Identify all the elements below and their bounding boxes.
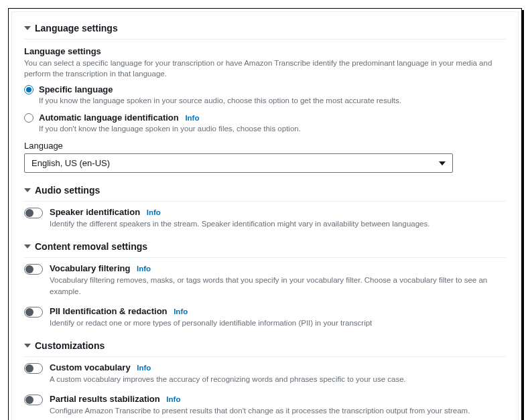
section-header-content-removal[interactable]: Content removal settings — [24, 241, 506, 258]
toggle-row-pii: PII Identification & redaction Info Iden… — [24, 306, 506, 328]
speaker-id-help: Identify the different speakers in the s… — [50, 218, 429, 229]
vocab-filter-help: Vocabulary filtering removes, masks, or … — [50, 275, 506, 296]
custom-vocab-help: A custom vocabulary improves the accurac… — [50, 374, 406, 384]
settings-panel: Language settings Language settings You … — [11, 11, 519, 420]
section-title: Content removal settings — [35, 241, 147, 252]
language-settings-subtitle: Language settings — [24, 46, 506, 56]
partial-results-body: Partial results stabilization Info Confi… — [50, 394, 470, 416]
pii-help: Identify or redact one or more types of … — [50, 318, 372, 328]
language-select-value: English, US (en-US) — [31, 158, 110, 168]
custom-vocab-label: Custom vocabulary — [50, 362, 131, 372]
section-title: Language settings — [35, 23, 118, 33]
speaker-id-label: Speaker identification — [50, 207, 140, 217]
pii-label: PII Identification & redaction — [50, 306, 168, 316]
radio-auto-body: Automatic language identification Info I… — [39, 113, 301, 134]
partial-results-label: Partial results stabilization — [50, 394, 160, 404]
section-header-language-settings[interactable]: Language settings — [24, 23, 506, 40]
section-title: Customizations — [35, 340, 105, 351]
custom-vocab-body: Custom vocabulary Info A custom vocabula… — [50, 362, 406, 384]
caret-down-icon — [24, 244, 31, 249]
info-link-custom-vocab[interactable]: Info — [137, 364, 151, 372]
toggle-pii-redaction[interactable] — [24, 307, 43, 318]
radio-specific-language-row: Specific language If you know the langua… — [24, 84, 506, 106]
section-title: Audio settings — [35, 185, 100, 196]
toggle-row-speaker-id: Speaker identification Info Identify the… — [24, 207, 506, 229]
language-select[interactable]: English, US (en-US) — [24, 153, 453, 173]
vocab-filter-body: Vocabulary filtering Info Vocabulary fil… — [50, 263, 506, 296]
speaker-id-body: Speaker identification Info Identify the… — [50, 207, 429, 229]
info-link-vocab-filter[interactable]: Info — [137, 265, 151, 273]
toggle-speaker-identification[interactable] — [24, 208, 43, 218]
partial-results-help: Configure Amazon Transcribe to present r… — [50, 405, 470, 416]
caret-down-icon — [24, 188, 31, 192]
toggle-row-vocab-filter: Vocabulary filtering Info Vocabulary fil… — [24, 263, 506, 296]
section-header-audio-settings[interactable]: Audio settings — [24, 185, 506, 202]
language-field-label: Language — [24, 141, 506, 151]
language-settings-description: You can select a specific language for y… — [24, 58, 506, 79]
radio-specific-help: If you know the language spoken in your … — [39, 95, 401, 106]
window-frame: Language settings Language settings You … — [8, 8, 522, 420]
vocab-filter-label: Vocabulary filtering — [50, 263, 130, 273]
info-link-speaker-id[interactable]: Info — [147, 208, 161, 216]
radio-auto-language-row: Automatic language identification Info I… — [24, 113, 506, 134]
caret-down-icon — [24, 344, 31, 348]
radio-specific-body: Specific language If you know the langua… — [39, 84, 401, 106]
radio-auto-help: If you don't know the language spoken in… — [39, 123, 301, 134]
radio-specific-language[interactable] — [24, 85, 34, 94]
toggle-vocabulary-filtering[interactable] — [24, 264, 43, 275]
info-link-pii[interactable]: Info — [174, 307, 188, 316]
caret-down-icon — [24, 26, 31, 30]
info-link-auto-language[interactable]: Info — [185, 114, 199, 122]
pii-body: PII Identification & redaction Info Iden… — [50, 306, 372, 328]
chevron-down-icon — [439, 161, 446, 165]
section-header-customizations[interactable]: Customizations — [24, 340, 506, 357]
radio-specific-label: Specific language — [39, 84, 401, 94]
info-link-partial-results[interactable]: Info — [166, 395, 180, 403]
toggle-row-partial-results: Partial results stabilization Info Confi… — [24, 394, 506, 416]
toggle-row-custom-vocab: Custom vocabulary Info A custom vocabula… — [24, 362, 506, 384]
toggle-partial-results-stabilization[interactable] — [24, 395, 43, 405]
radio-automatic-language-id[interactable] — [24, 113, 34, 123]
radio-auto-label: Automatic language identification — [39, 113, 179, 123]
toggle-custom-vocabulary[interactable] — [24, 363, 43, 374]
